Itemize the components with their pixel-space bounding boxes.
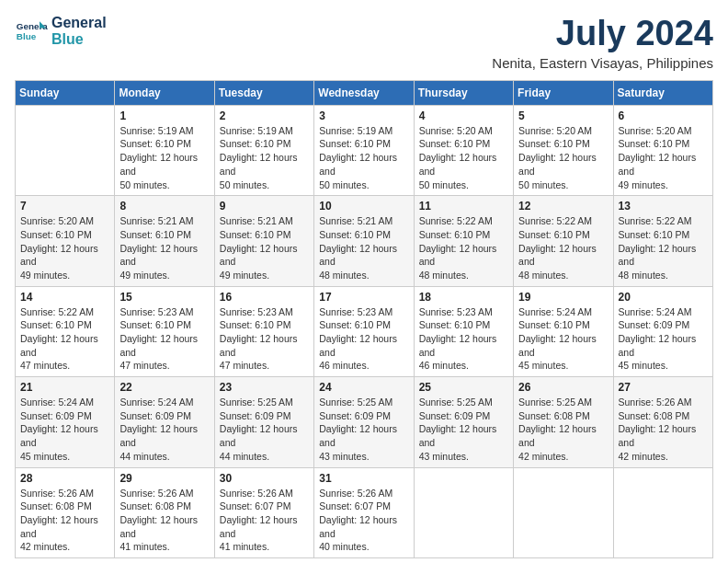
sunrise-text: Sunrise: 5:19 AM — [220, 124, 309, 138]
sunrise-text: Sunrise: 5:26 AM — [220, 487, 309, 500]
day-number: 24 — [319, 381, 408, 394]
sunset-text: Sunset: 6:10 PM — [319, 318, 408, 332]
day-detail: Sunrise: 5:21 AMSunset: 6:10 PMDaylight:… — [119, 214, 209, 282]
calendar-cell: 19Sunrise: 5:24 AMSunset: 6:10 PMDayligh… — [514, 286, 613, 376]
calendar-cell: 17Sunrise: 5:23 AMSunset: 6:10 PMDayligh… — [314, 286, 414, 376]
sunset-text: Sunset: 6:09 PM — [319, 409, 408, 423]
sunset-text: Sunset: 6:07 PM — [319, 500, 408, 513]
weekday-header-row: SundayMondayTuesdayWednesdayThursdayFrid… — [16, 80, 713, 105]
sunset-text: Sunset: 6:09 PM — [419, 409, 508, 423]
day-detail: Sunrise: 5:22 AMSunset: 6:10 PMDaylight:… — [419, 214, 508, 282]
calendar-cell: 25Sunrise: 5:25 AMSunset: 6:09 PMDayligh… — [414, 377, 513, 467]
sunrise-text: Sunrise: 5:26 AM — [319, 487, 408, 500]
day-detail: Sunrise: 5:23 AMSunset: 6:10 PMDaylight:… — [220, 305, 309, 373]
sunset-text: Sunset: 6:10 PM — [20, 318, 109, 332]
calendar-cell: 14Sunrise: 5:22 AMSunset: 6:10 PMDayligh… — [16, 286, 115, 376]
day-detail: Sunrise: 5:26 AMSunset: 6:08 PMDaylight:… — [20, 487, 109, 554]
daylight-text-line1: Daylight: 12 hours and — [319, 332, 408, 359]
week-row-2: 7Sunrise: 5:20 AMSunset: 6:10 PMDaylight… — [16, 196, 713, 286]
day-detail: Sunrise: 5:20 AMSunset: 6:10 PMDaylight:… — [518, 124, 608, 191]
weekday-header-friday: Friday — [514, 80, 613, 105]
general-blue-logo-icon: General Blue — [15, 15, 48, 48]
day-detail: Sunrise: 5:25 AMSunset: 6:09 PMDaylight:… — [319, 396, 408, 463]
day-number: 29 — [119, 472, 209, 485]
daylight-text-line2: 43 minutes. — [419, 450, 508, 464]
calendar-cell: 15Sunrise: 5:23 AMSunset: 6:10 PMDayligh… — [115, 286, 214, 376]
weekday-header-thursday: Thursday — [414, 80, 513, 105]
day-detail: Sunrise: 5:22 AMSunset: 6:10 PMDaylight:… — [619, 214, 708, 282]
sunrise-text: Sunrise: 5:25 AM — [518, 396, 608, 409]
daylight-text-line1: Daylight: 12 hours and — [20, 242, 109, 269]
daylight-text-line1: Daylight: 12 hours and — [419, 242, 508, 269]
sunset-text: Sunset: 6:10 PM — [220, 318, 309, 332]
daylight-text-line2: 49 minutes. — [220, 269, 309, 282]
sunset-text: Sunset: 6:08 PM — [20, 500, 109, 513]
sunrise-text: Sunrise: 5:20 AM — [419, 124, 508, 138]
sunset-text: Sunset: 6:10 PM — [518, 228, 608, 242]
weekday-header-sunday: Sunday — [16, 80, 115, 105]
day-number: 25 — [419, 381, 508, 394]
daylight-text-line1: Daylight: 12 hours and — [119, 513, 209, 540]
sunset-text: Sunset: 6:09 PM — [20, 409, 109, 423]
logo-blue: Blue — [51, 31, 107, 48]
day-number: 2 — [220, 109, 309, 122]
week-row-1: 1Sunrise: 5:19 AMSunset: 6:10 PMDaylight… — [16, 105, 713, 195]
sunset-text: Sunset: 6:10 PM — [419, 228, 508, 242]
sunset-text: Sunset: 6:10 PM — [619, 228, 708, 242]
daylight-text-line2: 50 minutes. — [319, 178, 408, 192]
sunrise-text: Sunrise: 5:24 AM — [518, 305, 608, 319]
daylight-text-line1: Daylight: 12 hours and — [20, 422, 109, 449]
calendar-cell: 4Sunrise: 5:20 AMSunset: 6:10 PMDaylight… — [414, 105, 513, 195]
daylight-text-line1: Daylight: 12 hours and — [319, 422, 408, 449]
daylight-text-line1: Daylight: 12 hours and — [619, 242, 708, 269]
calendar-cell — [16, 105, 115, 195]
weekday-header-tuesday: Tuesday — [214, 80, 313, 105]
sunrise-text: Sunrise: 5:19 AM — [319, 124, 408, 138]
day-number: 7 — [20, 200, 109, 213]
sunset-text: Sunset: 6:10 PM — [319, 137, 408, 151]
sunrise-text: Sunrise: 5:20 AM — [619, 124, 708, 138]
daylight-text-line2: 48 minutes. — [419, 269, 508, 282]
sunset-text: Sunset: 6:08 PM — [518, 409, 608, 423]
daylight-text-line2: 50 minutes. — [220, 178, 309, 192]
sunrise-text: Sunrise: 5:26 AM — [119, 487, 209, 500]
sunrise-text: Sunrise: 5:22 AM — [419, 214, 508, 228]
daylight-text-line2: 43 minutes. — [319, 450, 408, 464]
calendar-cell: 16Sunrise: 5:23 AMSunset: 6:10 PMDayligh… — [214, 286, 313, 376]
calendar-cell: 10Sunrise: 5:21 AMSunset: 6:10 PMDayligh… — [314, 196, 414, 286]
sunrise-text: Sunrise: 5:19 AM — [119, 124, 209, 138]
daylight-text-line2: 47 minutes. — [119, 359, 209, 373]
sunset-text: Sunset: 6:10 PM — [220, 228, 309, 242]
calendar-cell: 31Sunrise: 5:26 AMSunset: 6:07 PMDayligh… — [314, 467, 414, 557]
calendar-cell: 30Sunrise: 5:26 AMSunset: 6:07 PMDayligh… — [214, 467, 313, 557]
day-detail: Sunrise: 5:21 AMSunset: 6:10 PMDaylight:… — [220, 214, 309, 282]
calendar-cell: 3Sunrise: 5:19 AMSunset: 6:10 PMDaylight… — [314, 105, 414, 195]
calendar-cell: 7Sunrise: 5:20 AMSunset: 6:10 PMDaylight… — [16, 196, 115, 286]
day-number: 21 — [20, 381, 109, 394]
daylight-text-line1: Daylight: 12 hours and — [518, 332, 608, 359]
day-number: 16 — [220, 291, 309, 304]
daylight-text-line1: Daylight: 12 hours and — [119, 332, 209, 359]
day-number: 20 — [619, 291, 708, 304]
daylight-text-line1: Daylight: 12 hours and — [220, 151, 309, 178]
svg-text:Blue: Blue — [17, 31, 37, 41]
day-number: 8 — [119, 200, 209, 213]
daylight-text-line1: Daylight: 12 hours and — [119, 422, 209, 449]
calendar-cell — [414, 467, 513, 557]
sunrise-text: Sunrise: 5:25 AM — [319, 396, 408, 409]
calendar-cell: 22Sunrise: 5:24 AMSunset: 6:09 PMDayligh… — [115, 377, 214, 467]
logo-general: General — [51, 15, 107, 31]
day-detail: Sunrise: 5:24 AMSunset: 6:09 PMDaylight:… — [119, 396, 209, 463]
logo-area: General Blue General Blue — [15, 15, 107, 48]
sunrise-text: Sunrise: 5:23 AM — [119, 305, 209, 319]
daylight-text-line2: 42 minutes. — [20, 540, 109, 554]
sunset-text: Sunset: 6:10 PM — [419, 137, 508, 151]
sunset-text: Sunset: 6:08 PM — [619, 409, 708, 423]
day-detail: Sunrise: 5:20 AMSunset: 6:10 PMDaylight:… — [619, 124, 708, 191]
daylight-text-line2: 45 minutes. — [619, 359, 708, 373]
sunset-text: Sunset: 6:10 PM — [220, 137, 309, 151]
daylight-text-line2: 42 minutes. — [518, 450, 608, 464]
sunrise-text: Sunrise: 5:23 AM — [220, 305, 309, 319]
sunrise-text: Sunrise: 5:20 AM — [20, 214, 109, 228]
daylight-text-line2: 41 minutes. — [220, 540, 309, 554]
